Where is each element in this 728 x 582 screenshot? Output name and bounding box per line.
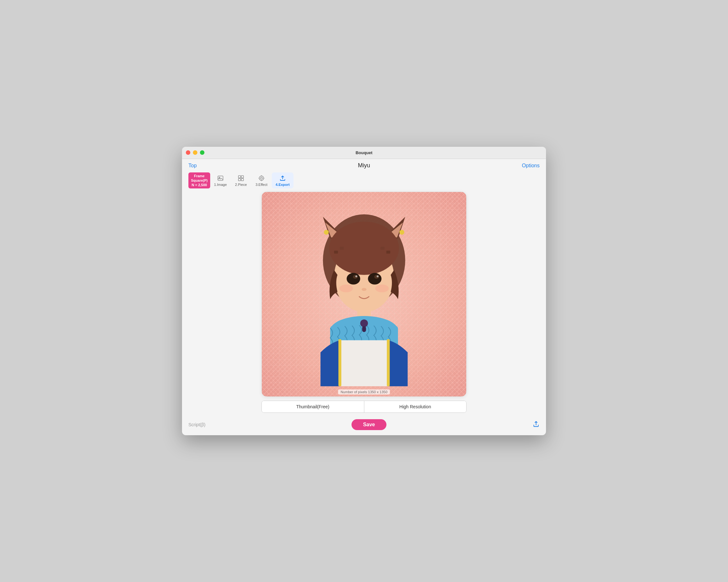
effect-icon: [258, 174, 265, 182]
canvas-area: Number of pixels 1350 x 1350: [261, 192, 467, 397]
svg-rect-0: [218, 176, 223, 180]
svg-point-22: [368, 273, 381, 285]
svg-rect-34: [362, 326, 366, 332]
svg-point-29: [375, 285, 389, 292]
frame-line3: N = 2,500: [191, 183, 208, 187]
svg-rect-5: [241, 178, 243, 181]
steps-bar: Frame Square(P) N = 2,500 1.Image: [182, 171, 546, 192]
svg-rect-3: [241, 176, 243, 178]
highres-button[interactable]: High Resolution: [364, 401, 467, 412]
svg-point-26: [376, 276, 379, 278]
svg-point-7: [260, 177, 262, 179]
svg-point-1: [219, 177, 220, 178]
window-controls: [186, 150, 204, 155]
step-export[interactable]: 4.Export: [272, 172, 293, 188]
svg-point-21: [347, 273, 360, 285]
svg-rect-35: [340, 340, 388, 386]
svg-point-27: [361, 288, 366, 291]
svg-rect-2: [238, 176, 241, 178]
save-button[interactable]: Save: [352, 419, 386, 430]
minimize-button[interactable]: [193, 150, 198, 155]
page-title: Miyu: [358, 162, 370, 169]
svg-point-19: [399, 230, 404, 235]
svg-point-20: [329, 222, 399, 275]
svg-rect-40: [386, 251, 390, 253]
step-piece[interactable]: 2.Piece: [231, 172, 251, 188]
export-icon: [279, 174, 286, 182]
script-label: Script(β): [188, 422, 205, 427]
character-svg: [287, 202, 441, 386]
step-effect-label: 3.Effect: [255, 183, 267, 186]
frame-badge: Frame Square(P) N = 2,500: [188, 172, 210, 189]
svg-point-25: [355, 276, 357, 278]
step-image-label: 1.Image: [214, 183, 227, 186]
character-container: [262, 192, 466, 397]
bottom-bar: Script(β) Save: [182, 416, 546, 435]
svg-point-28: [339, 285, 353, 292]
frame-line2: Square(P): [191, 178, 208, 183]
svg-point-18: [324, 230, 329, 235]
image-icon: [216, 174, 224, 182]
toolbar: Top Miyu Options: [182, 159, 546, 171]
close-button[interactable]: [186, 150, 190, 155]
svg-rect-41: [380, 247, 384, 250]
titlebar: Bouquet: [182, 147, 546, 159]
share-icon[interactable]: [532, 421, 540, 429]
svg-point-6: [259, 176, 264, 180]
svg-rect-36: [338, 339, 341, 386]
pixel-info: Number of pixels 1350 x 1350: [338, 389, 390, 395]
app-window: Bouquet Top Miyu Options Frame Square(P)…: [182, 147, 546, 435]
svg-rect-39: [340, 247, 343, 250]
piece-icon: [237, 174, 245, 182]
window-title: Bouquet: [356, 150, 373, 155]
export-bar: Thumbnail(Free) High Resolution: [261, 401, 467, 413]
frame-line1: Frame: [191, 174, 208, 178]
svg-rect-4: [238, 178, 241, 181]
top-link[interactable]: Top: [188, 163, 197, 169]
main-content: Number of pixels 1350 x 1350 Thumbnail(F…: [182, 192, 546, 416]
options-link[interactable]: Options: [522, 163, 540, 169]
step-piece-label: 2.Piece: [235, 183, 247, 186]
step-image[interactable]: 1.Image: [210, 172, 231, 188]
svg-point-33: [360, 320, 368, 327]
step-effect[interactable]: 3.Effect: [251, 172, 272, 188]
svg-rect-38: [334, 251, 338, 253]
svg-rect-37: [387, 339, 390, 386]
maximize-button[interactable]: [200, 150, 204, 155]
step-export-label: 4.Export: [276, 183, 290, 186]
thumbnail-button[interactable]: Thumbnail(Free): [262, 401, 364, 412]
